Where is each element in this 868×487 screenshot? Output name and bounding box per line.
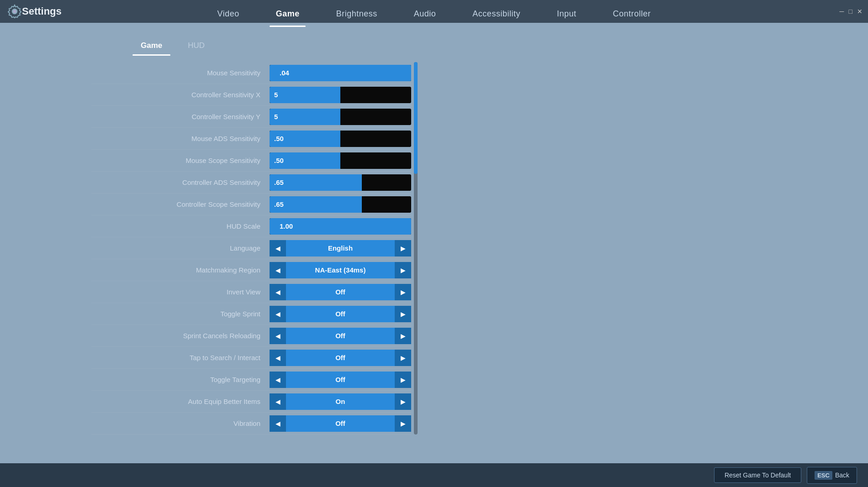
setting-label-mouse-scope-sensitivity: Mouse Scope Sensitivity	[91, 157, 270, 164]
setting-label-language: Language	[91, 244, 270, 252]
setting-label-auto-equip-better-items: Auto Equip Better Items	[91, 398, 270, 405]
nav-tab-controller[interactable]: Controller	[594, 1, 669, 27]
setting-label-sprint-cancels-reloading: Sprint Cancels Reloading	[91, 332, 270, 340]
setting-row-controller-sensitivity-y: Controller Sensitivity Y5	[91, 106, 411, 128]
esc-back-button[interactable]: ESC Back	[807, 467, 857, 484]
setting-row-controller-ads-sensitivity: Controller ADS Sensitivity.65	[91, 172, 411, 194]
slider-mouse-ads-sensitivity[interactable]: .50	[270, 131, 411, 147]
slider-hud-scale[interactable]: 1.00	[270, 218, 411, 235]
slider-value-mouse-scope-sensitivity: .50	[274, 157, 284, 164]
nav-tab-audio[interactable]: Audio	[396, 1, 455, 27]
nav-tab-accessibility[interactable]: Accessibility	[454, 1, 539, 27]
slider-controller-sensitivity-y[interactable]: 5	[270, 109, 411, 125]
selector-value-auto-equip-better-items: On	[286, 393, 395, 410]
selector-left-toggle-targeting[interactable]: ◀	[270, 372, 286, 388]
selector-language: ◀English▶	[270, 240, 411, 257]
sub-tab-game-sub[interactable]: Game	[128, 37, 175, 55]
setting-row-toggle-sprint: Toggle Sprint◀Off▶	[91, 303, 411, 325]
setting-label-matchmaking-region: Matchmaking Region	[91, 266, 270, 274]
setting-row-vibration: Vibration◀Off▶	[91, 413, 411, 435]
selector-auto-equip-better-items: ◀On▶	[270, 393, 411, 410]
nav-tab-video[interactable]: Video	[199, 1, 258, 27]
selector-right-tap-to-search-interact[interactable]: ▶	[395, 350, 411, 366]
selector-right-toggle-sprint[interactable]: ▶	[395, 306, 411, 322]
setting-label-mouse-ads-sensitivity: Mouse ADS Sensitivity	[91, 135, 270, 142]
sub-tabs: GameHUD	[128, 37, 217, 55]
setting-label-invert-view: Invert View	[91, 288, 270, 296]
selector-right-language[interactable]: ▶	[395, 240, 411, 257]
setting-label-controller-sensitivity-y: Controller Sensitivity Y	[91, 113, 270, 120]
selector-toggle-sprint: ◀Off▶	[270, 306, 411, 322]
sub-tab-hud-sub[interactable]: HUD	[175, 37, 217, 55]
setting-label-controller-sensitivity-x: Controller Sensitivity X	[91, 91, 270, 99]
setting-row-toggle-targeting: Toggle Targeting◀Off▶	[91, 369, 411, 391]
selector-left-auto-equip-better-items[interactable]: ◀	[270, 393, 286, 410]
selector-tap-to-search-interact: ◀Off▶	[270, 350, 411, 366]
scrollbar[interactable]	[414, 62, 418, 435]
selector-value-matchmaking-region: NA-East (34ms)	[286, 262, 395, 278]
bottom-bar: Reset Game To Default ESC Back	[0, 463, 868, 487]
selector-value-sprint-cancels-reloading: Off	[286, 328, 395, 344]
slider-value-hud-scale: 1.00	[274, 222, 293, 230]
slider-controller-scope-sensitivity[interactable]: .65	[270, 196, 411, 213]
selector-toggle-targeting: ◀Off▶	[270, 372, 411, 388]
slider-value-mouse-ads-sensitivity: .50	[274, 135, 284, 142]
selector-value-language: English	[286, 240, 395, 257]
selector-right-sprint-cancels-reloading[interactable]: ▶	[395, 328, 411, 344]
selector-vibration: ◀Off▶	[270, 415, 411, 432]
slider-mouse-sensitivity[interactable]: .04	[270, 65, 411, 81]
setting-label-toggle-sprint: Toggle Sprint	[91, 310, 270, 318]
setting-row-auto-equip-better-items: Auto Equip Better Items◀On▶	[91, 391, 411, 413]
selector-left-toggle-sprint[interactable]: ◀	[270, 306, 286, 322]
nav-tab-brightness[interactable]: Brightness	[318, 1, 396, 27]
selector-left-tap-to-search-interact[interactable]: ◀	[270, 350, 286, 366]
selector-left-sprint-cancels-reloading[interactable]: ◀	[270, 328, 286, 344]
slider-mouse-scope-sensitivity[interactable]: .50	[270, 152, 411, 169]
setting-label-tap-to-search-interact: Tap to Search / Interact	[91, 354, 270, 361]
selector-left-language[interactable]: ◀	[270, 240, 286, 257]
setting-row-invert-view: Invert View◀Off▶	[91, 281, 411, 303]
selector-left-invert-view[interactable]: ◀	[270, 284, 286, 300]
selector-value-invert-view: Off	[286, 284, 395, 300]
slider-value-controller-sensitivity-y: 5	[274, 113, 278, 120]
setting-row-mouse-scope-sensitivity: Mouse Scope Sensitivity.50	[91, 150, 411, 172]
setting-row-sprint-cancels-reloading: Sprint Cancels Reloading◀Off▶	[91, 325, 411, 347]
slider-value-controller-ads-sensitivity: .65	[274, 178, 284, 186]
setting-row-matchmaking-region: Matchmaking Region◀NA-East (34ms)▶	[91, 259, 411, 281]
selector-sprint-cancels-reloading: ◀Off▶	[270, 328, 411, 344]
selector-right-auto-equip-better-items[interactable]: ▶	[395, 393, 411, 410]
setting-label-controller-ads-sensitivity: Controller ADS Sensitivity	[91, 178, 270, 186]
selector-value-tap-to-search-interact: Off	[286, 350, 395, 366]
setting-row-mouse-sensitivity: Mouse Sensitivity.04	[91, 62, 411, 84]
selector-right-invert-view[interactable]: ▶	[395, 284, 411, 300]
back-label: Back	[835, 471, 849, 479]
settings-container: Mouse Sensitivity.04Controller Sensitivi…	[91, 62, 411, 435]
slider-controller-ads-sensitivity[interactable]: .65	[270, 174, 411, 191]
selector-left-matchmaking-region[interactable]: ◀	[270, 262, 286, 278]
reset-default-button[interactable]: Reset Game To Default	[714, 467, 801, 483]
setting-label-controller-scope-sensitivity: Controller Scope Sensitivity	[91, 200, 270, 208]
nav-tab-game[interactable]: Game	[258, 1, 318, 27]
main-content: GameHUD Mouse Sensitivity.04Controller S…	[0, 27, 868, 487]
selector-right-vibration[interactable]: ▶	[395, 415, 411, 432]
selector-right-matchmaking-region[interactable]: ▶	[395, 262, 411, 278]
top-nav: VideoGameBrightnessAudioAccessibilityInp…	[0, 0, 868, 27]
slider-value-controller-scope-sensitivity: .65	[274, 200, 284, 208]
setting-label-mouse-sensitivity: Mouse Sensitivity	[91, 69, 270, 77]
setting-row-mouse-ads-sensitivity: Mouse ADS Sensitivity.50	[91, 128, 411, 150]
selector-value-vibration: Off	[286, 415, 395, 432]
slider-value-mouse-sensitivity: .04	[274, 69, 289, 77]
nav-tab-input[interactable]: Input	[539, 1, 595, 27]
selector-value-toggle-sprint: Off	[286, 306, 395, 322]
scrollbar-thumb	[414, 62, 418, 174]
selector-invert-view: ◀Off▶	[270, 284, 411, 300]
slider-value-controller-sensitivity-x: 5	[274, 91, 278, 99]
slider-controller-sensitivity-x[interactable]: 5	[270, 87, 411, 103]
setting-label-vibration: Vibration	[91, 419, 270, 427]
selector-value-toggle-targeting: Off	[286, 372, 395, 388]
setting-row-controller-scope-sensitivity: Controller Scope Sensitivity.65	[91, 194, 411, 215]
selector-left-vibration[interactable]: ◀	[270, 415, 286, 432]
setting-row-controller-sensitivity-x: Controller Sensitivity X5	[91, 84, 411, 106]
selector-right-toggle-targeting[interactable]: ▶	[395, 372, 411, 388]
setting-row-language: Language◀English▶	[91, 237, 411, 259]
